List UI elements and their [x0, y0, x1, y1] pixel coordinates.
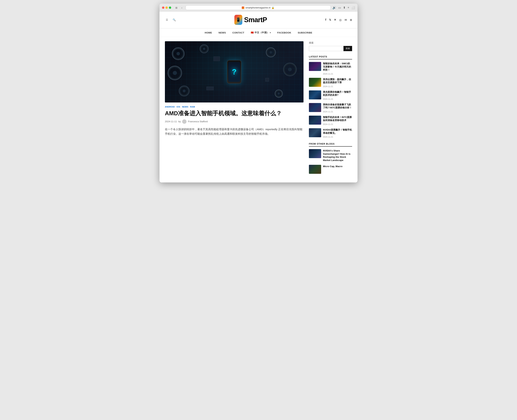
post-title-link-6[interactable]: NVIDIA股票飙升！智能手机革命的誓见。 — [323, 128, 352, 135]
browser-window: ⊞ ‹ smartphonemagazine.nl 🔒 🔊 ▭ ⬆ + ⬜ ☰ … — [160, 4, 357, 182]
gear-decoration-4 — [179, 86, 190, 96]
x-social-icon[interactable]: ✕ — [334, 18, 336, 22]
post-title-link-5[interactable]: 智能手机的未来！INTC股票如何准备改变移动技术 — [323, 116, 352, 122]
maximize-button[interactable] — [169, 7, 171, 9]
post-date-3: 2024-11-21 — [323, 98, 333, 100]
nav-item-news[interactable]: NEWS — [219, 30, 226, 35]
by-label: by — [178, 120, 181, 123]
list-item: 英伟达震惊：盈利飙升，但盘后交易股价下滑 2024-11-21 — [309, 78, 352, 88]
header-left: ☰ 🔍 — [165, 18, 176, 22]
post-info-3: 美光股票价格飙升！智能手机技术的未来? 2024-11-21 — [323, 90, 352, 100]
sidebar-search-section: 搜索 搜索 — [309, 41, 352, 51]
hamburger-menu-icon[interactable]: ☰ — [165, 18, 169, 22]
list-item: 英特尔准备好迎接量子飞跃了吗？INTC股票价格分析！ 2024-11-21 — [309, 103, 352, 113]
tag-ram[interactable]: RAM — [190, 106, 195, 108]
post-date-2: 2024-11-21 — [323, 85, 333, 88]
nav-item-facebook[interactable]: FACEBOOK — [277, 30, 291, 35]
mail-social-icon[interactable]: ✉ — [345, 18, 347, 22]
post-date-5: 2024-11-21 — [323, 123, 333, 125]
latest-posts-title: LATEST POSTS — [309, 55, 352, 60]
page-content: ☰ 🔍 📱 SmartP f 𝕏 ✕ ◎ ✉ ⊕ HOME NEWS CONTA… — [160, 12, 357, 182]
chevron-down-icon: ▾ — [270, 32, 271, 34]
url-text: smartphonemagazine.nl — [245, 6, 270, 9]
cast-icon[interactable]: ▭ — [338, 6, 341, 9]
browser-chrome: ⊞ ‹ smartphonemagazine.nl 🔒 🔊 ▭ ⬆ + ⬜ — [160, 4, 357, 12]
instagram-social-icon[interactable]: ◎ — [339, 18, 342, 22]
search-button[interactable]: 搜索 — [343, 46, 352, 51]
search-row: 搜索 — [309, 46, 352, 51]
facebook-social-icon[interactable]: f — [325, 18, 326, 22]
list-item: 智能设备的未来：SMCI的无形影响！今天揭示明天的科技！ 2024-11-21 — [309, 62, 352, 75]
article-tags: ANDROID IOS NEWS RAM — [165, 106, 303, 108]
author-name[interactable]: Francesca Stafford — [188, 120, 208, 123]
share-icon[interactable]: ⬆ — [343, 6, 346, 9]
twitter-social-icon[interactable]: 𝕏 — [329, 18, 331, 21]
nav-item-contact[interactable]: CONTACT — [232, 30, 244, 35]
post-thumbnail-4 — [309, 103, 321, 112]
sidebar-latest-posts: LATEST POSTS 智能设备的未来：SMCI的无形影响！今天揭示明天的科技… — [309, 55, 352, 138]
list-item: NVIDIA股票飙升！智能手机革命的誓见。 2024-11-21 — [309, 128, 352, 138]
search-label: 搜索 — [309, 41, 352, 45]
nav-item-chinese[interactable]: 🇨🇳 中文（中国） ▾ — [251, 30, 271, 35]
site-logo[interactable]: 📱 SmartP — [234, 15, 267, 25]
minimize-button[interactable] — [165, 7, 168, 9]
gear-decoration-7 — [275, 90, 283, 98]
traffic-lights — [162, 7, 171, 9]
threads-social-icon[interactable]: ⊕ — [350, 18, 352, 22]
tag-android[interactable]: ANDROID — [165, 106, 175, 108]
post-thumbnail-1 — [309, 62, 321, 71]
logo-icon: 📱 — [234, 15, 242, 25]
post-title-link-3[interactable]: 美光股票价格飙升！智能手机技术的未来? — [323, 90, 352, 97]
browser-actions: 🔊 ▭ ⬆ + ⬜ — [332, 6, 355, 9]
phone-illustration: ? — [227, 60, 241, 83]
gear-decoration-6 — [283, 63, 297, 76]
sound-icon[interactable]: 🔊 — [332, 6, 336, 9]
gear-decoration-1 — [172, 47, 185, 60]
header-social: f 𝕏 ✕ ◎ ✉ ⊕ — [325, 18, 352, 22]
post-thumbnail-3 — [309, 90, 321, 99]
author-avatar — [182, 120, 186, 124]
nav-item-home[interactable]: HOME — [205, 30, 212, 35]
chip-decoration-3 — [207, 87, 214, 90]
other-blog-link-1[interactable]: NVIDIA's Share Gamechanger! How AI is Re… — [323, 149, 352, 162]
question-mark-icon: ? — [232, 68, 236, 76]
sidebar-other-blogs: FROM OTHER BLOGS NVIDIA's Share Gamechan… — [309, 143, 352, 174]
lock-icon: 🔒 — [272, 6, 274, 9]
list-item: Micro Cap, Macro — [309, 165, 352, 174]
address-bar[interactable]: smartphonemagazine.nl 🔒 — [186, 5, 331, 10]
search-input[interactable] — [309, 46, 343, 51]
nav-item-subscribe[interactable]: SUBSCRIBE — [298, 30, 312, 35]
close-button[interactable] — [162, 7, 164, 9]
sidebar-toggle-button[interactable]: ⊞ — [174, 6, 178, 10]
post-date-4: 2024-11-21 — [323, 111, 333, 113]
site-navigation: HOME NEWS CONTACT 🇨🇳 中文（中国） ▾ FACEBOOK S… — [160, 28, 357, 37]
list-item: NVIDIA's Share Gamechanger! How AI is Re… — [309, 149, 352, 162]
chip-decoration-1 — [214, 57, 220, 61]
post-info-5: 智能手机的未来！INTC股票如何准备改变移动技术 2024-11-21 — [323, 116, 352, 126]
article-body: 在一个令人惊讶的转折中，著名于其高性能处理器和显卡的先进微设备公司（AMD）re… — [165, 127, 303, 136]
other-blogs-title: FROM OTHER BLOGS — [309, 143, 352, 147]
article-meta: 2024-11-11 by Francesca Stafford — [165, 120, 303, 124]
hero-visual: ? — [165, 41, 303, 103]
post-info-2: 英伟达震惊：盈利飙升，但盘后交易股价下滑 2024-11-21 — [323, 78, 352, 88]
back-button[interactable]: ‹ — [180, 6, 184, 10]
post-date-6: 2024-11-21 — [323, 136, 333, 138]
sidebar: 搜索 搜索 LATEST POSTS 智能设备的未来：SMCI的无形影响！今天揭… — [309, 41, 352, 178]
new-tab-icon[interactable]: + — [347, 6, 349, 9]
other-blog-link-2[interactable]: Micro Cap, Macro — [323, 165, 342, 168]
post-title-link-2[interactable]: 英伟达震惊：盈利飙升，但盘后交易股价下滑 — [323, 78, 352, 84]
tag-ios[interactable]: IOS — [177, 106, 180, 108]
post-title-link-4[interactable]: 英特尔准备好迎接量子飞跃了吗？INTC股票价格分析！ — [323, 103, 352, 109]
post-info-6: NVIDIA股票飙升！智能手机革命的誓见。 2024-11-21 — [323, 128, 352, 138]
post-thumbnail-2 — [309, 78, 321, 87]
logo-text: SmartP — [244, 16, 267, 24]
post-thumbnail-6 — [309, 128, 321, 137]
post-info-4: 英特尔准备好迎接量子飞跃了吗？INTC股票价格分析！ 2024-11-21 — [323, 103, 352, 113]
tag-news[interactable]: NEWS — [182, 106, 188, 108]
list-item: 美光股票价格飙升！智能手机技术的未来? 2024-11-21 — [309, 90, 352, 100]
post-thumbnail-5 — [309, 116, 321, 125]
search-icon[interactable]: 🔍 — [172, 18, 176, 22]
tabs-icon[interactable]: ⬜ — [351, 6, 355, 9]
article-paragraph-1: 在一个令人惊讶的转折中，著名于其高性能处理器和显卡的先进微设备公司（AMD）re… — [165, 127, 303, 136]
post-title-link-1[interactable]: 智能设备的未来：SMCI的无形影响！今天揭示明天的科技！ — [323, 62, 352, 72]
